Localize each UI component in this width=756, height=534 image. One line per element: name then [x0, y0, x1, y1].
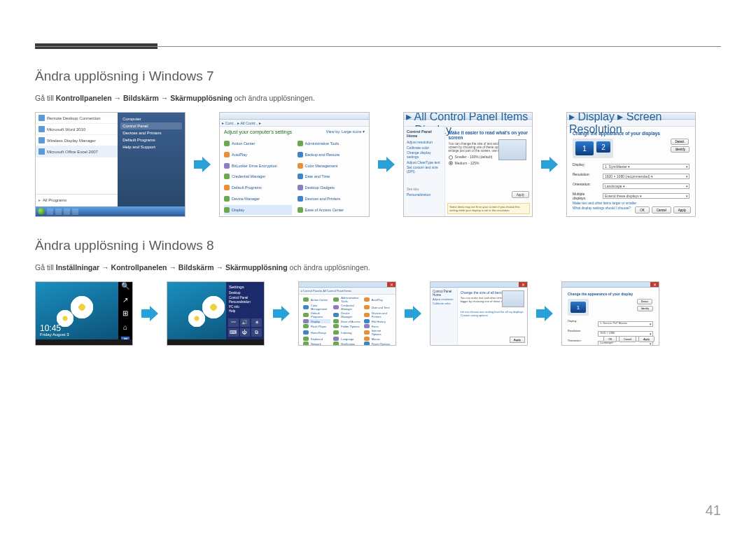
screenshot-win8-control-panel: ▸ Control Panel ▸ All Control Panel Item… — [298, 281, 396, 346]
sr-title: Change the appearance of your display — [568, 292, 653, 296]
path-bildskarm: Bildskärm — [178, 263, 214, 272]
start-charm-icon: ⊞ — [121, 309, 130, 318]
cp-item: Indexing — [333, 329, 360, 336]
power-icon: ⏻ — [240, 328, 251, 337]
orientation-dropdown: Landscape ▾ — [603, 183, 690, 189]
side-title: Control Panel Home — [407, 129, 442, 138]
taskbar — [36, 206, 185, 216]
screenshot-win8-display: Control Panel Home Adjust resolution Cal… — [430, 281, 528, 346]
arrow-glyph: → — [102, 263, 111, 272]
address-bar: ▸ Control Panel ▸ All Control Panel Item… — [299, 288, 396, 295]
brightness-icon: ☀ — [251, 318, 262, 327]
preview-thumbnail — [502, 290, 524, 307]
path-kontrollpanelen: Kontrollpanelen — [56, 94, 112, 102]
screenshot-display-textsize: ▸ All Control Panel Items ▸ Display Cont… — [403, 112, 533, 217]
screenshot-screen-resolution: ▸ Display ▸ Screen Resolution Change the… — [566, 112, 696, 217]
settings-flyout: Settings Desktop Control Panel Personali… — [226, 282, 264, 345]
cp-item: Language — [333, 337, 360, 341]
side-link: Adjust ClearType text — [407, 160, 442, 164]
instr-post: och ändra upplösningen. — [290, 263, 370, 272]
instruction-win7: Gå till Kontrollpanelen → Bildskärm → Sk… — [35, 94, 721, 102]
side-link: Calibrate color — [433, 302, 455, 305]
arrow-icon — [535, 304, 554, 323]
monitor-preview: 1 — [568, 299, 589, 316]
monitor-2-icon: 2 — [596, 141, 610, 153]
wallpaper-flower-icon — [71, 296, 93, 318]
cp-item: Ease of Access Center — [298, 205, 365, 215]
path-skarmupplosning: Skärmupplösning — [225, 263, 288, 272]
taskbar-icon — [55, 209, 62, 215]
display-dropdown: 1. SyncMaster ▾ — [603, 164, 690, 169]
field-label: Resolution: — [568, 330, 594, 338]
cp-item: Folder Options — [333, 324, 360, 328]
field-label: Resolution: — [573, 172, 599, 181]
cp-icon-grid: Action CenterAdministrative ToolsAutoPla… — [220, 137, 369, 216]
cp-item: Action Center — [303, 296, 330, 303]
identify-button: Identify — [671, 146, 690, 153]
address-bar: ▸ Display ▸ Screen Resolution — [567, 120, 695, 127]
preview-thumbnail — [498, 139, 526, 160]
cp-item: Color Management — [298, 161, 365, 171]
side-link: Adjust resolution — [433, 297, 455, 301]
arrow-icon — [540, 155, 559, 174]
settings-link: PC info — [229, 305, 261, 309]
cp-title: Adjust your computer's settings — [224, 129, 292, 134]
screenshot-win8-charms: 10:45 Friday August 3 🔍 ↗ ⊞ ⌂ ⚙ — [35, 281, 133, 346]
cancel-button: Cancel — [652, 206, 671, 213]
start-right-item: Help and Support — [120, 143, 182, 150]
all-programs: All Programs — [36, 194, 118, 205]
start-item: Microsoft Word 2010 — [47, 127, 85, 132]
settings-link: Personalization — [229, 300, 261, 304]
keyboard-icon: ⌨ — [228, 328, 239, 337]
field-label: Multiple displays: — [573, 192, 599, 200]
arrow-icon — [377, 155, 396, 174]
cp-item: Power Options — [364, 342, 391, 345]
arrow-icon — [192, 155, 212, 174]
cp-item: AutoPlay — [364, 296, 391, 303]
screenshot-row-win8: 10:45 Friday August 3 🔍 ↗ ⊞ ⌂ ⚙ — [35, 281, 721, 346]
arrow-icon — [272, 304, 291, 323]
clock-overlay: 10:45 Friday August 3 — [40, 324, 69, 337]
taskbar-icon — [64, 209, 70, 215]
network-icon: 〰 — [228, 318, 239, 327]
cp-item: Date and Time — [364, 304, 391, 311]
instr-pre: Gå till — [35, 94, 56, 102]
settings-link: Desktop — [229, 291, 261, 295]
header-rule — [35, 46, 721, 47]
cp-icon-grid: Action CenterAdministrative ToolsAutoPla… — [299, 295, 396, 345]
cp-item: Mouse — [364, 337, 391, 341]
cp-item: Date and Time — [298, 172, 365, 182]
field-label: Orientation: — [568, 339, 594, 346]
cp-item: Color Management — [303, 304, 330, 311]
warning-banner: Some items may not fit on your screen if… — [447, 203, 530, 214]
devices-charm-icon: ⌂ — [121, 323, 130, 332]
start-orb-icon — [38, 208, 45, 215]
cp-item: AutoPlay — [224, 150, 292, 160]
cp-item: Administrative Tools — [298, 139, 365, 148]
instr-pre: Gå till — [35, 263, 56, 272]
window-chrome — [430, 282, 527, 288]
settings-title: Settings — [229, 285, 261, 289]
arrow-glyph: → — [169, 263, 178, 272]
cp-item: Administrative Tools — [333, 296, 360, 303]
arrow-glyph: → — [216, 263, 225, 272]
cp-item: Default Programs — [303, 311, 330, 318]
ok-button: OK — [603, 336, 617, 342]
cp-item: HomeGroup — [303, 329, 330, 336]
side-title: Control Panel Home — [433, 290, 455, 297]
side-link: Personalization — [407, 192, 442, 197]
cp-item: Keyboard — [303, 337, 330, 341]
taskbar — [167, 339, 264, 345]
screenshot-start-menu: Remote Desktop Connection Microsoft Word… — [35, 112, 186, 217]
instr-post: och ändra upplösningen. — [234, 94, 315, 102]
start-item: Wireless Display Manager — [47, 139, 96, 143]
cp-item: Internet Options — [364, 329, 391, 336]
arrow-icon — [403, 304, 423, 323]
app-icon — [38, 148, 45, 155]
instruction-win8: Gå till Inställningar → Kontrollpanelen … — [35, 263, 721, 272]
window-chrome — [220, 113, 369, 120]
taskbar-icon — [72, 209, 78, 215]
sr-link: Make text and other items larger or smal… — [573, 202, 690, 205]
app-icon — [38, 137, 45, 143]
cp-item: Display — [303, 319, 330, 323]
